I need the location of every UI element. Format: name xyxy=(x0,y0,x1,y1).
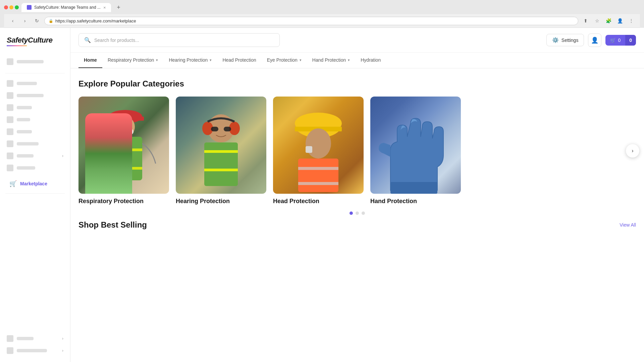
settings-button[interactable]: ⚙️ Settings xyxy=(546,34,584,46)
profile-icon[interactable]: 👤 xyxy=(615,16,625,25)
search-input[interactable]: Search for products... xyxy=(94,38,139,43)
menu-icon[interactable]: ⋮ xyxy=(627,16,636,25)
sidebar-divider-1 xyxy=(5,73,65,73)
tab-chevron-icon: ▾ xyxy=(300,58,302,62)
tab-home[interactable]: Home xyxy=(78,53,102,68)
cart-icon: 🛒 xyxy=(610,38,616,43)
sidebar-item[interactable] xyxy=(4,102,66,114)
sidebar-chevron-icon: › xyxy=(62,154,63,158)
sidebar-item-label xyxy=(17,166,35,170)
back-button[interactable]: ‹ xyxy=(8,16,17,25)
tab-respiratory-protection[interactable]: Respiratory Protection ▾ xyxy=(102,53,164,68)
svg-rect-14 xyxy=(204,169,238,171)
sidebar-item-icon xyxy=(7,80,13,87)
sidebar-item[interactable]: › xyxy=(4,345,66,357)
category-card-respiratory[interactable]: Respiratory Protection xyxy=(78,97,169,205)
page-content: Explore Popular Categories xyxy=(70,68,644,362)
window-controls[interactable] xyxy=(4,5,19,9)
extensions-icon[interactable]: 🧩 xyxy=(604,16,613,25)
svg-rect-20 xyxy=(298,182,338,185)
close-window-btn[interactable] xyxy=(4,5,8,9)
svg-rect-10 xyxy=(211,127,218,131)
best-selling-section-header: Shop Best Selling View All xyxy=(78,220,636,230)
sidebar-item[interactable]: › xyxy=(4,333,66,345)
svg-rect-22 xyxy=(390,182,437,194)
sidebar-item-marketplace[interactable]: 🛒 Marketplace xyxy=(3,177,67,191)
new-tab-button[interactable]: + xyxy=(114,3,123,12)
minimize-window-btn[interactable] xyxy=(9,5,13,9)
carousel-dot-2[interactable] xyxy=(356,212,359,215)
nav-tabs: Home Respiratory Protection ▾ Hearing Pr… xyxy=(70,53,644,68)
search-bar[interactable]: 🔍 Search for products... xyxy=(78,33,280,47)
svg-rect-6 xyxy=(109,167,142,170)
sidebar-item[interactable] xyxy=(4,138,66,150)
category-card-hand[interactable]: Hand Protection xyxy=(370,97,461,205)
sidebar-item[interactable] xyxy=(4,89,66,102)
sidebar-item-icon xyxy=(7,58,13,65)
url-bar[interactable]: 🔒 https://app.safetyculture.com/marketpl… xyxy=(44,17,578,25)
sidebar-item-icon xyxy=(7,347,13,354)
gear-icon: ⚙️ xyxy=(552,37,559,43)
cart-count: 0 xyxy=(618,38,621,43)
best-selling-title: Shop Best Selling xyxy=(78,220,147,230)
carousel-dot-3[interactable] xyxy=(362,212,365,215)
sidebar-item-label xyxy=(17,337,34,340)
reload-button[interactable]: ↻ xyxy=(32,16,42,25)
tab-hand-label: Hand Protection xyxy=(312,57,346,63)
sidebar-item-icon xyxy=(7,92,13,99)
sidebar-marketplace-label: Marketplace xyxy=(20,181,47,186)
sidebar-item-label xyxy=(17,142,39,145)
tab-hydration[interactable]: Hydration xyxy=(355,53,386,68)
sidebar-item-label xyxy=(17,82,37,85)
sidebar-item-icon xyxy=(7,335,13,342)
logo-text: SafetyCulture xyxy=(7,36,63,45)
svg-rect-19 xyxy=(298,167,338,170)
hearing-worker-illustration xyxy=(176,97,266,194)
star-icon[interactable]: ☆ xyxy=(592,16,602,25)
tab-eye-label: Eye Protection xyxy=(267,57,298,63)
tab-chevron-icon: ▾ xyxy=(156,58,158,62)
sidebar-item[interactable] xyxy=(4,162,66,174)
category-image-hearing xyxy=(176,97,266,194)
tab-home-label: Home xyxy=(84,57,97,63)
sidebar-item-icon xyxy=(7,165,13,171)
user-profile-button[interactable]: 👤 xyxy=(588,34,601,47)
sidebar-item[interactable] xyxy=(4,126,66,138)
marketplace-cart-icon: 🛒 xyxy=(9,180,17,187)
category-label-hearing: Hearing Protection xyxy=(176,198,266,205)
forward-button[interactable]: › xyxy=(20,16,30,25)
categories-row: Respiratory Protection xyxy=(78,97,636,205)
sidebar-item-icon xyxy=(7,140,13,147)
sidebar-item[interactable] xyxy=(4,77,66,89)
maximize-window-btn[interactable] xyxy=(15,5,19,9)
tab-chevron-icon: ▾ xyxy=(348,58,350,62)
tab-hearing-protection[interactable]: Hearing Protection ▾ xyxy=(163,53,217,68)
sidebar-item-label xyxy=(17,106,32,109)
tab-hand-protection[interactable]: Hand Protection ▾ xyxy=(307,53,355,68)
tab-head-protection[interactable]: Head Protection xyxy=(217,53,261,68)
carousel-next-button[interactable]: › xyxy=(626,144,639,158)
view-all-link[interactable]: View All xyxy=(620,222,636,228)
sidebar-item[interactable] xyxy=(4,56,66,68)
sidebar-item[interactable] xyxy=(4,114,66,126)
hand-glove-illustration xyxy=(370,97,461,194)
tab-eye-protection[interactable]: Eye Protection ▾ xyxy=(262,53,307,68)
bookmark-icon[interactable]: ⬆ xyxy=(581,16,590,25)
svg-rect-18 xyxy=(298,159,338,192)
svg-rect-11 xyxy=(224,127,231,131)
svg-point-17 xyxy=(306,128,331,159)
carousel-dot-1[interactable] xyxy=(350,212,353,215)
cart-icon-area: 🛒 0 xyxy=(605,35,625,46)
sidebar: SafetyCulture xyxy=(0,28,70,362)
sidebar-item[interactable]: › xyxy=(4,150,66,162)
main-content: 🔍 Search for products... ⚙️ Settings 👤 🛒… xyxy=(70,28,644,362)
active-browser-tab[interactable]: SafetyCulture: Manage Teams and ... × xyxy=(21,3,111,12)
category-card-hearing[interactable]: Hearing Protection xyxy=(176,97,266,205)
sidebar-top-section xyxy=(0,54,70,69)
tab-favicon-icon xyxy=(27,5,32,10)
category-card-head[interactable]: Head Protection xyxy=(273,97,364,205)
tab-title: SafetyCulture: Manage Teams and ... xyxy=(34,5,101,10)
cart-button[interactable]: 🛒 0 0 xyxy=(605,35,636,46)
tab-close-icon[interactable]: × xyxy=(103,5,106,10)
carousel-dots xyxy=(78,212,636,215)
